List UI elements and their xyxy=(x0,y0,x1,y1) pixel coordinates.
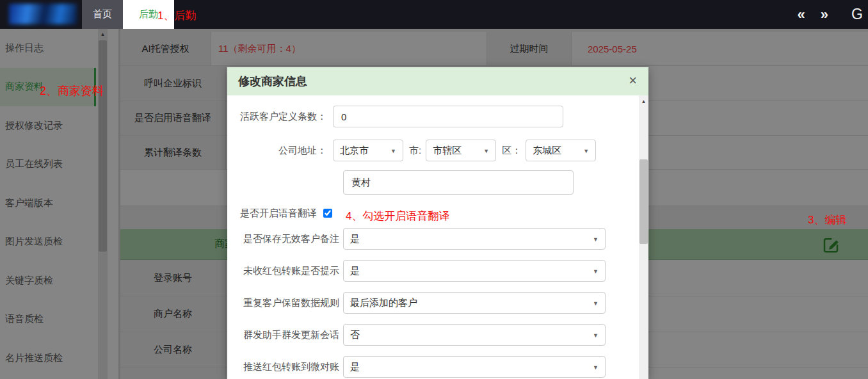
chevron-down-icon: ▼ xyxy=(593,300,599,307)
voice-translate-checkbox[interactable] xyxy=(323,209,332,218)
refresh-icon[interactable]: G xyxy=(851,0,863,29)
chevron-down-icon: ▼ xyxy=(593,332,599,339)
district-select[interactable]: 东城区 ▼ xyxy=(526,140,596,161)
chevron-down-icon: ▼ xyxy=(593,268,599,275)
modal-header: 修改商家信息 × xyxy=(227,67,648,95)
app-logo xyxy=(9,4,77,24)
field-label: 公司地址： xyxy=(227,145,326,157)
modal-scrollbar[interactable]: ▲ xyxy=(639,95,648,379)
top-bar: 首页 后勤 « » G xyxy=(0,0,868,29)
chevron-down-icon: ▼ xyxy=(583,148,589,154)
chevron-down-icon: ▼ xyxy=(593,364,599,371)
field-label: 活跃客户定义条数： xyxy=(227,111,326,123)
modal-scrollbar-thumb[interactable] xyxy=(639,159,648,244)
redpacket-remind-select[interactable]: 是 ▼ xyxy=(343,260,606,282)
annotation-1: 1、后勤 xyxy=(157,8,196,23)
push-redpacket-select[interactable]: 是 ▼ xyxy=(343,356,606,378)
save-invalid-remark-select[interactable]: 是 ▼ xyxy=(343,228,606,250)
province-select[interactable]: 北京市 ▼ xyxy=(333,140,403,161)
tab-home[interactable]: 首页 xyxy=(82,0,123,29)
active-customer-input[interactable] xyxy=(333,106,563,127)
city-select[interactable]: 市辖区 ▼ xyxy=(426,140,496,161)
field-label: 重复客户保留数据规则 xyxy=(227,297,339,309)
voice-translate-label: 是否开启语音翻译 xyxy=(227,207,317,220)
annotation-4: 4、勾选开启语音翻译 xyxy=(346,209,449,223)
city-prefix-label: 市: xyxy=(409,145,421,157)
close-icon[interactable]: × xyxy=(629,72,637,89)
chevron-down-icon: ▼ xyxy=(483,148,489,154)
duplicate-customer-rule-select[interactable]: 最后添加的客户 ▼ xyxy=(343,292,606,314)
field-label: 群发助手群发更新会话 xyxy=(227,329,339,341)
chevron-down-icon: ▼ xyxy=(593,236,599,243)
street-input[interactable] xyxy=(343,170,574,195)
mass-send-update-select[interactable]: 否 ▼ xyxy=(343,324,606,346)
annotation-3: 3、编辑 xyxy=(808,213,846,227)
collapse-left-icon[interactable]: « xyxy=(798,0,805,29)
field-label: 未收红包转账是否提示 xyxy=(227,265,339,277)
district-prefix-label: 区： xyxy=(502,145,521,157)
expand-right-icon[interactable]: » xyxy=(821,0,828,29)
modal-body: 活跃客户定义条数： 公司地址： 北京市 ▼ 市: 市辖区 ▼ 区： 东城区 ▼ xyxy=(227,95,648,379)
chevron-down-icon: ▼ xyxy=(390,148,396,154)
field-label: 推送红包转账到微对账 xyxy=(227,361,339,373)
scroll-up-icon[interactable]: ▲ xyxy=(639,99,648,104)
field-label: 是否保存无效客户备注 xyxy=(227,233,339,245)
annotation-2: 2、商家资料 xyxy=(40,83,104,99)
modal-title: 修改商家信息 xyxy=(238,74,307,89)
